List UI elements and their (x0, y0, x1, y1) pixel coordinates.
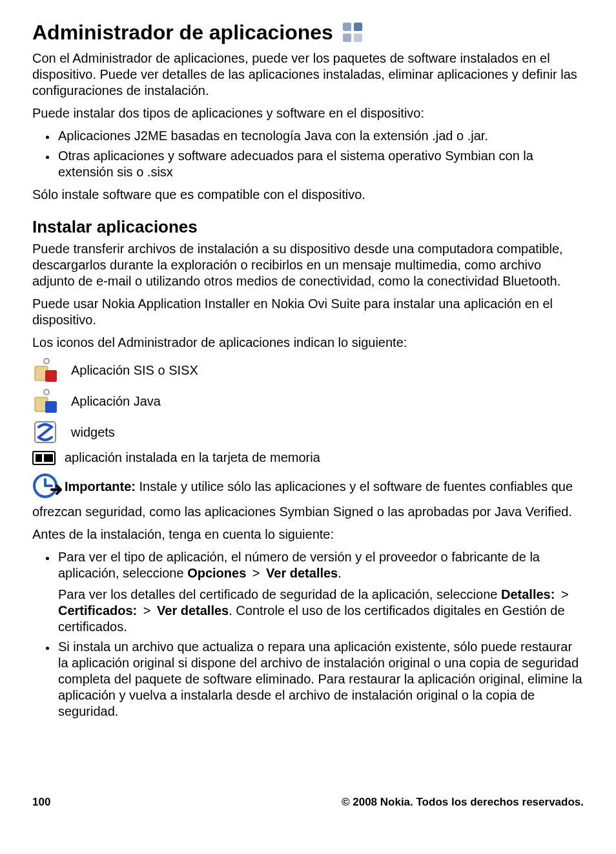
paragraph: Puede instalar dos tipos de aplicaciones… (32, 105, 584, 121)
page-number: 100 (32, 796, 50, 809)
sis-app-icon (32, 357, 58, 383)
svg-rect-12 (36, 454, 42, 462)
heading-2: Instalar aplicaciones (32, 217, 584, 237)
paragraph: Con el Administrador de aplicaciones, pu… (32, 50, 584, 99)
paragraph: Sólo instale software que es compatible … (32, 187, 584, 203)
copyright-text: © 2008 Nokia. Todos los derechos reserva… (342, 796, 584, 809)
svg-rect-13 (44, 454, 53, 462)
svg-rect-2 (343, 34, 351, 42)
icon-legend-row: widgets (32, 419, 584, 445)
java-app-icon (32, 388, 58, 414)
icon-legend-row: aplicación instalada en la tarjeta de me… (32, 450, 584, 465)
icon-legend-row: Aplicación Java (32, 388, 584, 414)
bullet-list: Aplicaciones J2ME basadas en tecnología … (32, 128, 584, 180)
page-footer: 100 © 2008 Nokia. Todos los derechos res… (32, 796, 584, 809)
icon-legend-label: widgets (71, 425, 115, 440)
icon-legend-label: Aplicación Java (71, 394, 161, 409)
svg-rect-1 (354, 23, 362, 31)
paragraph: Puede usar Nokia Application Installer e… (32, 296, 584, 328)
icon-legend-label: aplicación instalada en la tarjeta de me… (65, 450, 320, 465)
svg-rect-9 (45, 401, 57, 413)
document-page: Administrador de aplicaciones Con el Adm… (0, 0, 616, 854)
svg-rect-3 (354, 34, 362, 42)
svg-rect-0 (343, 23, 351, 31)
svg-point-4 (44, 359, 49, 364)
heading-1: Administrador de aplicaciones (32, 19, 584, 45)
important-label: Importante: (65, 479, 139, 494)
memory-card-icon (32, 451, 56, 465)
icon-legend-row: Aplicación SIS o SISX (32, 357, 584, 383)
paragraph: Los iconos del Administrador de aplicaci… (32, 335, 584, 351)
svg-rect-6 (45, 370, 57, 382)
bullet-list: Para ver el tipo de aplicación, el númer… (32, 549, 584, 720)
svg-point-7 (44, 390, 49, 395)
icon-legend-label: Aplicación SIS o SISX (71, 363, 198, 378)
widgets-icon (32, 419, 58, 445)
paragraph: Antes de la instalación, tenga en cuenta… (32, 526, 584, 543)
list-item: Si instala un archivo que actualiza o re… (57, 639, 584, 720)
paragraph: Puede transferir archivos de instalación… (32, 241, 584, 289)
app-manager-icon (340, 19, 365, 45)
list-item: Para ver el tipo de aplicación, el númer… (57, 549, 584, 635)
heading-1-text: Administrador de aplicaciones (32, 21, 333, 45)
important-note: Importante: Instale y utilice sólo las a… (32, 472, 584, 520)
list-item: Aplicaciones J2ME basadas en tecnología … (57, 128, 584, 144)
important-icon (32, 472, 63, 504)
list-sub-paragraph: Para ver los detalles del certificado de… (58, 587, 584, 635)
list-item: Otras aplicaciones y software adecuados … (57, 148, 584, 180)
